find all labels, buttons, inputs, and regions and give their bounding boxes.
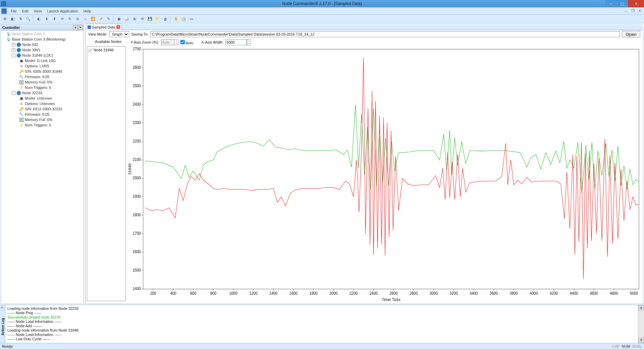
- svg-text:1800: 1800: [309, 291, 317, 295]
- tree-node-542[interactable]: +🔵Node 542: [2, 42, 82, 47]
- toolbar-button-9[interactable]: ↻: [66, 15, 73, 23]
- toolbar-separator: [33, 15, 34, 23]
- toolbar-button-20[interactable]: 📁: [154, 15, 161, 23]
- available-node-item[interactable]: 📈Node 31849: [88, 47, 125, 53]
- tree-node-32233-firmware[interactable]: 🔧Firmware: 8.05: [2, 112, 82, 117]
- menu-view[interactable]: View: [31, 8, 45, 14]
- tree-node-31849-options[interactable]: ≡Options: LXRS: [2, 63, 82, 69]
- tree-node-32233-memory[interactable]: 💽Memory Full: 0%: [2, 117, 82, 122]
- action-log[interactable]: Loading node information from Node 32233…: [5, 305, 638, 343]
- app-menu-icon[interactable]: [1, 8, 7, 14]
- toolbar-button-13[interactable]: ↗: [97, 15, 104, 23]
- toolbar-button-21[interactable]: 🗑: [162, 15, 169, 23]
- mdi-minimize-button[interactable]: ─: [623, 8, 629, 14]
- available-nodes-list[interactable]: 📈Node 31849: [87, 46, 126, 301]
- tree-node-31849-sn[interactable]: 🔑S/N: 6305-3000-31849: [2, 69, 82, 74]
- toolbar-button-3[interactable]: ⇅: [17, 15, 24, 23]
- chart[interactable]: 1400150016001700180019002000210022002300…: [127, 46, 642, 302]
- tree-node-32233-triggers[interactable]: ⚡Num Triggers: 0: [2, 122, 82, 128]
- minimize-button[interactable]: ─: [605, 0, 616, 7]
- toolbar-button-18[interactable]: ⟲: [139, 15, 146, 23]
- toolbar-separator: [113, 15, 114, 23]
- log-line: ------ Node Load Information ------: [7, 319, 636, 324]
- expand-icon[interactable]: +: [12, 43, 15, 47]
- toolbar-button-6[interactable]: ⬇: [43, 15, 50, 23]
- y-axis-auto-checkbox[interactable]: Auto: [180, 40, 193, 45]
- options-icon: ≡: [19, 101, 24, 106]
- panel-close-button[interactable]: ✕: [78, 25, 83, 30]
- status-scrl: SCRL: [632, 344, 642, 348]
- app-icon: [1, 1, 6, 6]
- tree-node-31849-memory[interactable]: 💽Memory Full: 0%: [2, 79, 82, 85]
- svg-text:2800: 2800: [410, 291, 418, 295]
- tree-node-32233-model[interactable]: ▣Model: Unknown: [2, 96, 82, 101]
- svg-text:2200: 2200: [132, 139, 141, 143]
- window-title: Node Commander® 2.17.0 - [Sampled Data]: [282, 1, 362, 6]
- panel-dropdown-button[interactable]: ▾: [73, 25, 78, 30]
- toolbar-button-23[interactable]: ◳: [180, 15, 187, 23]
- menu-file[interactable]: File: [8, 8, 19, 14]
- action-log-tab[interactable]: ✕ Action Log: [0, 305, 5, 343]
- toolbar-button-5[interactable]: ◐: [35, 15, 43, 23]
- tab-sampled-data[interactable]: Sampled Data ✕: [86, 24, 122, 30]
- maximize-button[interactable]: ▢: [616, 0, 628, 7]
- memory-icon: 💽: [19, 80, 24, 84]
- toolbar-button-7[interactable]: ⬆: [51, 15, 58, 23]
- toolbar-button-10[interactable]: ⊘: [74, 15, 81, 23]
- toolbar-hand-button[interactable]: ✋: [172, 15, 180, 23]
- svg-text:31849: 31849: [128, 164, 131, 175]
- svg-text:800: 800: [210, 291, 216, 295]
- node-tree[interactable]: 📡Base Station Com 2 📡Base Station Com 3 …: [1, 31, 84, 304]
- menu-help[interactable]: Help: [81, 8, 94, 14]
- toolbar-button-16[interactable]: 📊: [123, 15, 130, 23]
- antenna-icon: 📡: [6, 37, 11, 42]
- tree-node-31849[interactable]: -🔵Node 31849 (LDC): [2, 53, 82, 58]
- tree-base-station-3[interactable]: 📡Base Station Com 3 (Monitoring): [2, 37, 82, 42]
- tree-node-31849-model[interactable]: ▣Model: G-Link 10G: [2, 58, 82, 63]
- tree-node-32233[interactable]: -🔵Node 32233: [2, 90, 82, 96]
- log-line: Loading node information from Node 31849: [7, 328, 636, 333]
- open-button[interactable]: Open: [622, 31, 640, 38]
- svg-text:2400: 2400: [132, 102, 141, 107]
- scrollbar-up-button[interactable]: ▲: [638, 305, 644, 310]
- log-scrollbar[interactable]: ▲ ▼: [638, 305, 644, 343]
- tree-node-32233-options[interactable]: ≡Options: Unknown: [2, 101, 82, 106]
- toolbar-button-1[interactable]: ⚙: [1, 15, 9, 23]
- toolbar-button-15[interactable]: ◉: [115, 15, 123, 23]
- tree-node-32233-sn[interactable]: 🔑S/N: 6312-2000-32233: [2, 106, 82, 112]
- menu-edit[interactable]: Edit: [19, 8, 31, 14]
- view-mode-select[interactable]: Graph: [109, 31, 129, 37]
- toolbar-button-12[interactable]: 📶: [89, 15, 97, 23]
- toolbar-button-19[interactable]: 💾: [146, 15, 154, 23]
- menu-launch-application[interactable]: Launch Application: [44, 8, 80, 14]
- action-log-close-icon[interactable]: ✕: [1, 306, 3, 309]
- collapse-icon[interactable]: -: [12, 54, 15, 57]
- toolbar-button-17[interactable]: ⊗: [131, 15, 138, 23]
- mdi-restore-button[interactable]: ❐: [630, 8, 636, 14]
- toolbar-button-11[interactable]: ⌁: [82, 15, 89, 23]
- memory-icon: 💽: [19, 117, 24, 122]
- close-button[interactable]: ✕: [628, 0, 644, 7]
- x-axis-width-input[interactable]: ▲▼: [225, 39, 251, 45]
- toolbar-button-2[interactable]: ◧: [9, 15, 16, 23]
- svg-text:2000: 2000: [329, 291, 337, 295]
- tree-base-station-2[interactable]: 📡Base Station Com 2: [2, 31, 82, 37]
- y-axis-zoom-spinner[interactable]: ▲▼: [161, 39, 178, 45]
- log-line: ------ Node Ping ------: [7, 311, 636, 315]
- svg-text:600: 600: [190, 291, 196, 295]
- scrollbar-down-button[interactable]: ▼: [638, 338, 644, 343]
- collapse-icon[interactable]: -: [12, 91, 15, 95]
- tree-node-3991[interactable]: +🔵Node 3991: [2, 47, 82, 53]
- toolbar-button-8[interactable]: ⟳: [58, 15, 66, 23]
- tree-node-31849-firmware[interactable]: 🔧Firmware: 8.05: [2, 74, 82, 79]
- svg-text:Timer Ticks: Timer Ticks: [382, 297, 400, 302]
- svg-text:2100: 2100: [132, 158, 141, 162]
- mdi-close-button[interactable]: ✕: [637, 8, 643, 14]
- toolbar-button-14[interactable]: ✎: [105, 15, 112, 23]
- tree-node-31849-triggers[interactable]: ⚡Num Triggers: 0: [2, 85, 82, 90]
- tab-close-button[interactable]: ✕: [116, 25, 120, 29]
- toolbar-find-button[interactable]: 🔍: [24, 15, 32, 23]
- toolbar-button-24[interactable]: ▭: [188, 15, 195, 23]
- expand-icon[interactable]: +: [12, 48, 15, 52]
- saving-path-input[interactable]: [150, 31, 620, 37]
